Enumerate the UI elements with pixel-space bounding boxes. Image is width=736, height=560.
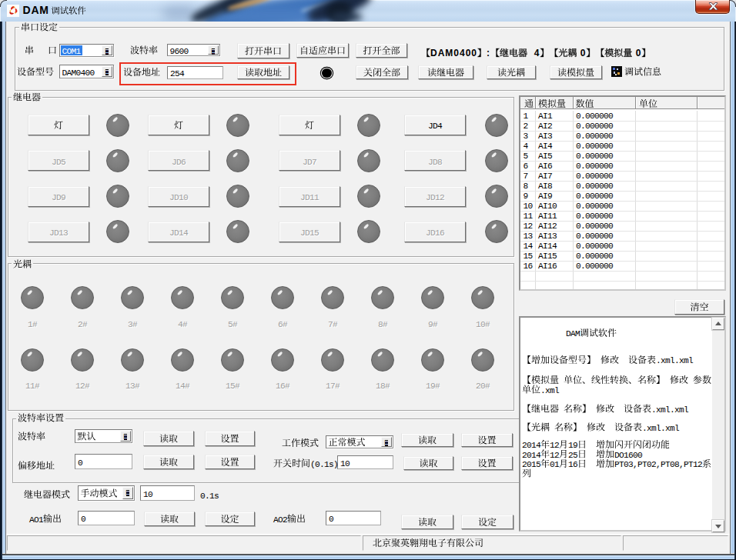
svg-text:DAM0400: DAM0400	[62, 68, 95, 78]
svg-text:AI13: AI13	[538, 232, 557, 241]
svg-text:9#: 9#	[428, 320, 438, 329]
svg-text:0.000000: 0.000000	[576, 182, 614, 191]
svg-text:JD6: JD6	[172, 158, 186, 167]
svg-text:0: 0	[329, 515, 334, 524]
svg-text:JD14: JD14	[169, 228, 189, 238]
svg-text:01: 01	[550, 460, 560, 469]
svg-text:JD12: JD12	[426, 193, 445, 202]
svg-text:3: 3	[524, 132, 529, 141]
svg-text:4: 4	[527, 48, 540, 58]
svg-text:16: 16	[568, 460, 578, 469]
svg-text:0.000000: 0.000000	[576, 202, 614, 211]
svg-text:0.000000: 0.000000	[576, 212, 614, 221]
svg-text:JD10: JD10	[169, 193, 189, 202]
svg-text:0.000000: 0.000000	[576, 152, 614, 161]
svg-text:16: 16	[524, 262, 534, 271]
svg-text:7: 7	[524, 172, 529, 181]
svg-text:0.000000: 0.000000	[576, 222, 614, 231]
svg-text:8#: 8#	[378, 320, 388, 329]
svg-text:0.000000: 0.000000	[576, 252, 614, 261]
svg-text:10: 10	[340, 459, 350, 468]
svg-text:AI6: AI6	[538, 162, 553, 171]
svg-text:JD4: JD4	[428, 122, 443, 131]
svg-text:0.000000: 0.000000	[576, 192, 614, 201]
svg-text:25: 25	[568, 451, 578, 460]
svg-text:0.1s: 0.1s	[200, 492, 219, 501]
svg-text:AI4: AI4	[538, 142, 553, 151]
svg-text:0.000000: 0.000000	[576, 112, 614, 121]
svg-text:AI2: AI2	[538, 122, 553, 131]
svg-text:10: 10	[524, 202, 534, 211]
svg-text:5#: 5#	[228, 320, 238, 329]
svg-text:AI14: AI14	[538, 242, 557, 251]
svg-text:8: 8	[524, 182, 529, 191]
svg-text:JD15: JD15	[300, 228, 319, 238]
svg-text:JD9: JD9	[52, 193, 66, 202]
svg-text:19#: 19#	[426, 382, 440, 391]
svg-text:0: 0	[577, 48, 586, 58]
svg-text:.xml.xml: .xml.xml	[656, 356, 694, 365]
svg-text:3#: 3#	[128, 320, 138, 329]
svg-text:AI3: AI3	[538, 132, 553, 141]
svg-text:1#: 1#	[28, 320, 38, 329]
svg-text:9600: 9600	[170, 47, 189, 56]
svg-text:10: 10	[143, 490, 153, 499]
svg-text:JD7: JD7	[303, 158, 317, 167]
svg-text:AI15: AI15	[538, 252, 557, 261]
svg-text:14: 14	[524, 242, 534, 251]
svg-text:20#: 20#	[476, 382, 490, 391]
svg-text:19: 19	[568, 441, 578, 450]
svg-text:AI12: AI12	[538, 222, 557, 231]
svg-text:PT03,PT02,PT08,PT12: PT03,PT02,PT08,PT12	[614, 460, 703, 469]
svg-text:AI1: AI1	[538, 112, 553, 121]
svg-text:0.000000: 0.000000	[576, 142, 614, 151]
svg-text:2#: 2#	[78, 320, 88, 329]
svg-text:AI8: AI8	[538, 182, 553, 191]
svg-text:1: 1	[524, 112, 529, 121]
svg-text:0.000000: 0.000000	[576, 132, 614, 141]
svg-text:16#: 16#	[276, 382, 290, 391]
svg-text:.xml.xml: .xml.xml	[651, 405, 689, 415]
svg-text:AI11: AI11	[538, 212, 557, 221]
svg-text:JD5: JD5	[52, 158, 66, 167]
svg-text:0: 0	[81, 515, 86, 524]
svg-text:15#: 15#	[226, 382, 240, 391]
svg-text:9: 9	[524, 192, 529, 201]
svg-text:2014: 2014	[522, 441, 541, 450]
svg-text:0.000000: 0.000000	[576, 232, 614, 241]
svg-text:AI16: AI16	[538, 262, 557, 271]
svg-text:DO1600: DO1600	[614, 451, 643, 460]
svg-text:0.000000: 0.000000	[576, 172, 614, 181]
svg-text:6: 6	[524, 162, 529, 171]
svg-text:10#: 10#	[476, 320, 490, 329]
svg-text:0: 0	[632, 48, 641, 58]
svg-text:12: 12	[550, 441, 560, 450]
svg-text:AO1: AO1	[29, 515, 44, 525]
svg-text:0.000000: 0.000000	[576, 122, 614, 131]
svg-text:JD8: JD8	[428, 158, 443, 167]
svg-text:4: 4	[524, 142, 529, 151]
svg-text:13#: 13#	[125, 382, 140, 391]
svg-text:6#: 6#	[278, 320, 288, 329]
svg-text:13: 13	[524, 232, 534, 241]
svg-text:0.000000: 0.000000	[576, 162, 614, 171]
svg-text:4#: 4#	[178, 320, 188, 329]
svg-text:12: 12	[550, 451, 560, 460]
svg-text:AI9: AI9	[538, 192, 553, 201]
svg-text:AI5: AI5	[538, 152, 553, 161]
svg-text:15: 15	[524, 252, 534, 261]
svg-text:17#: 17#	[326, 382, 340, 391]
svg-text:254: 254	[170, 69, 185, 78]
svg-text:2: 2	[524, 122, 529, 131]
svg-text:7#: 7#	[328, 320, 338, 329]
svg-text:COM1: COM1	[62, 47, 82, 56]
svg-text:AO2: AO2	[273, 515, 288, 525]
svg-text:2015: 2015	[522, 460, 541, 469]
svg-text:DAM: DAM	[23, 4, 49, 16]
svg-text:0.000000: 0.000000	[576, 242, 614, 251]
svg-text:JD11: JD11	[300, 193, 319, 202]
svg-text:2014: 2014	[522, 451, 541, 460]
svg-text:JD16: JD16	[426, 228, 445, 238]
svg-text:AI10: AI10	[538, 202, 557, 211]
svg-text:JD13: JD13	[49, 228, 69, 238]
